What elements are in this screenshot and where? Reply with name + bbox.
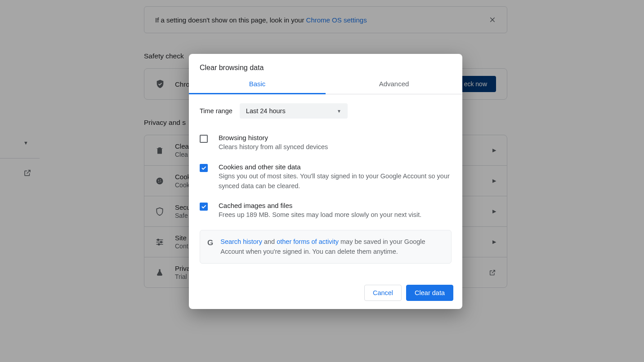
google-logo-icon: G bbox=[207, 238, 213, 247]
dropdown-arrow-icon: ▼ bbox=[337, 109, 341, 114]
option-browsing-history[interactable]: Browsing history Clears history from all… bbox=[200, 128, 452, 158]
option-cached-files[interactable]: Cached images and files Frees up 189 MB.… bbox=[200, 196, 452, 225]
cancel-button[interactable]: Cancel bbox=[364, 285, 402, 301]
option-cookies[interactable]: Cookies and other site data Signs you ou… bbox=[200, 158, 452, 197]
option-sub: Frees up 189 MB. Some sites may load mor… bbox=[219, 210, 421, 220]
checkbox-cached-files[interactable] bbox=[200, 203, 208, 211]
dialog-tabs: Basic Advanced bbox=[189, 74, 462, 94]
option-sub: Clears history from all synced devices bbox=[219, 142, 328, 152]
option-title: Browsing history bbox=[219, 134, 328, 141]
time-range-label: Time range bbox=[200, 107, 233, 115]
checkbox-cookies[interactable] bbox=[200, 164, 208, 172]
search-history-link[interactable]: Search history bbox=[220, 238, 262, 245]
option-title: Cached images and files bbox=[219, 202, 421, 209]
tab-basic[interactable]: Basic bbox=[189, 74, 326, 94]
clear-browsing-data-dialog: Clear browsing data Basic Advanced Time … bbox=[189, 54, 462, 309]
option-title: Cookies and other site data bbox=[219, 163, 452, 171]
dialog-title: Clear browsing data bbox=[189, 54, 462, 74]
time-range-value: Last 24 hours bbox=[246, 107, 286, 115]
notice-text: and bbox=[262, 238, 277, 245]
clear-data-button[interactable]: Clear data bbox=[406, 285, 453, 301]
google-account-notice: G Search history and other forms of acti… bbox=[200, 230, 452, 264]
tab-advanced[interactable]: Advanced bbox=[326, 74, 462, 94]
other-activity-link[interactable]: other forms of activity bbox=[277, 238, 339, 245]
checkbox-browsing-history[interactable] bbox=[200, 135, 208, 143]
time-range-select[interactable]: Last 24 hours ▼ bbox=[240, 103, 348, 119]
option-sub: Signs you out of most sites. You'll stay… bbox=[219, 172, 452, 191]
